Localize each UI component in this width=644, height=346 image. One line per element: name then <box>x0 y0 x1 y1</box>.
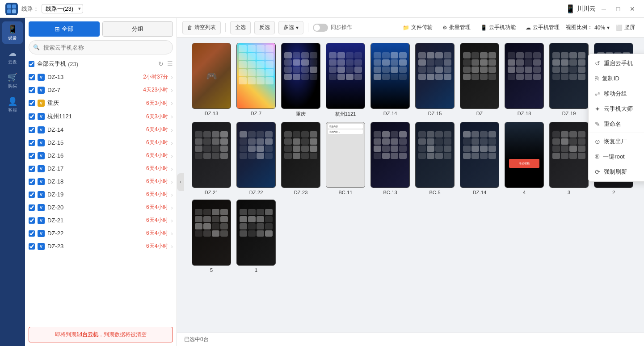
phone-screen[interactable] <box>460 122 499 188</box>
phone-screen[interactable] <box>415 43 455 109</box>
refresh-icon[interactable]: ↻ <box>158 60 164 67</box>
phone-screen[interactable]: 🎮 <box>192 43 231 109</box>
sidebar-item-shop[interactable]: 🛒 购买 <box>2 70 23 92</box>
context-menu-item-phone_master[interactable]: ✦ 云手机大师 › <box>589 101 644 117</box>
device-more-icon[interactable]: › <box>171 87 173 94</box>
device-checkbox[interactable] <box>29 192 35 198</box>
context-menu-item-move_group[interactable]: ⇄ 移动分组 › <box>589 86 644 101</box>
device-checkbox[interactable] <box>29 166 35 172</box>
device-more-icon[interactable]: › <box>171 243 173 250</box>
device-more-icon[interactable]: › <box>171 139 173 146</box>
device-more-icon[interactable]: › <box>171 74 173 81</box>
device-list-item[interactable]: V DZ-16 6天4小时 › <box>25 149 177 162</box>
device-more-icon[interactable]: › <box>171 126 173 133</box>
phone-screen[interactable] <box>549 122 589 188</box>
minimize-button[interactable]: ─ <box>598 3 610 15</box>
device-list-item[interactable]: V DZ-21 6天4小时 › <box>25 214 177 227</box>
device-list-item[interactable]: V DZ-17 6天4小时 › <box>25 162 177 175</box>
menu-icon[interactable]: ☰ <box>167 60 173 67</box>
device-checkbox[interactable] <box>29 140 35 146</box>
device-list-item[interactable]: V DZ-13 2小时37分 › <box>25 71 177 83</box>
search-input[interactable] <box>29 40 173 54</box>
device-more-icon[interactable]: › <box>171 217 173 224</box>
context-menu-item-rename[interactable]: ✎ 重命名 <box>589 117 644 132</box>
device-more-icon[interactable]: › <box>171 178 173 185</box>
device-checkbox[interactable] <box>29 230 35 237</box>
tab-all[interactable]: ⊞ 全部 <box>29 21 100 37</box>
collapse-arrow[interactable]: ‹ <box>177 173 184 191</box>
device-more-icon[interactable]: › <box>171 204 173 211</box>
phone-screen[interactable] <box>281 43 320 109</box>
sidebar-item-cloud[interactable]: ☁ 云盘 <box>2 46 23 68</box>
device-list-item[interactable]: V DZ-14 6天4小时 › <box>25 123 177 136</box>
phone-screen[interactable] <box>415 122 455 188</box>
sync-switch[interactable] <box>313 24 328 32</box>
device-checkbox[interactable] <box>29 217 35 224</box>
notice-highlight[interactable]: 14台云机 <box>76 331 98 338</box>
device-more-icon[interactable]: › <box>171 165 173 172</box>
context-menu-item-one_key_root[interactable]: ® 一键root › <box>589 149 644 164</box>
device-checkbox[interactable] <box>29 127 35 133</box>
phone-screen[interactable] <box>236 43 276 109</box>
device-list-item[interactable]: V DZ-23 6天4小时 › <box>25 240 177 253</box>
clear-list-button[interactable]: 🗑 清空列表 <box>182 21 221 34</box>
phone-screen[interactable]: 活动横幅 <box>505 122 544 188</box>
sidebar-item-service[interactable]: 👤 客服 <box>2 94 23 116</box>
phone-screen[interactable] <box>192 122 231 188</box>
invert-button[interactable]: 反选 <box>254 21 275 34</box>
file-transfer-button[interactable]: 📁 文件传输 <box>399 21 436 34</box>
portrait-button[interactable]: ⬜ 竖屏 <box>612 21 639 34</box>
device-list-item[interactable]: V DZ-7 4天23小时 › <box>25 83 177 96</box>
context-menu-item-copy_id[interactable]: ⎘ 复制ID <box>589 71 644 86</box>
phone-screen[interactable] <box>236 122 276 188</box>
device-checkbox[interactable] <box>29 179 35 185</box>
phone-screen[interactable] <box>549 43 589 109</box>
view-ratio: 视图比例： 40% ▾ <box>566 24 610 31</box>
sidebar-item-device[interactable]: 📱 设备 <box>2 21 23 44</box>
device-list-item[interactable]: V DZ-15 6天4小时 › <box>25 136 177 149</box>
select-all-checkbox[interactable] <box>29 61 34 67</box>
route-select-wrap[interactable]: 线路一(23) <box>42 4 83 13</box>
device-checkbox[interactable] <box>29 100 35 106</box>
select-all-button[interactable]: 全选 <box>230 21 251 34</box>
device-list-item[interactable]: V DZ-19 6天4小时 › <box>25 188 177 201</box>
maximize-button[interactable]: □ <box>612 3 624 15</box>
device-more-icon[interactable]: › <box>171 100 173 107</box>
phone-screen[interactable] <box>326 43 365 109</box>
close-button[interactable]: ✕ <box>626 3 639 15</box>
context-menu-item-restart[interactable]: ↺ 重启云手机 › <box>589 56 644 71</box>
phone-screen[interactable] <box>370 122 410 188</box>
view-ratio-arrow[interactable]: ▾ <box>607 25 610 31</box>
device-checkbox[interactable] <box>29 74 35 80</box>
phone-screen[interactable] <box>370 43 410 109</box>
phone-manage-button[interactable]: ☁ 云手机管理 <box>522 21 563 34</box>
phone-screen[interactable] <box>460 43 499 109</box>
device-more-icon[interactable]: › <box>171 113 173 120</box>
device-more-icon[interactable]: › <box>171 152 173 159</box>
tab-group[interactable]: 分组 <box>102 21 173 37</box>
device-checkbox[interactable] <box>29 204 35 211</box>
device-checkbox[interactable] <box>29 87 35 93</box>
device-checkbox[interactable] <box>29 243 35 250</box>
device-more-icon[interactable]: › <box>171 230 173 237</box>
sidebar-item-cloud-label: 云盘 <box>8 59 17 65</box>
device-list-item[interactable]: V 杭州1121 6天3小时 › <box>25 110 177 123</box>
device-more-icon[interactable]: › <box>171 191 173 198</box>
device-list-item[interactable]: V DZ-20 6天4小时 › <box>25 201 177 214</box>
phone-screen[interactable] <box>505 43 544 109</box>
device-checkbox[interactable] <box>29 153 35 159</box>
phone-functions-button[interactable]: 📱 云手机功能 <box>477 21 519 34</box>
phone-screen[interactable] <box>281 122 320 188</box>
multi-select-button[interactable]: 多选 ▾ <box>278 21 303 34</box>
phone-screen[interactable]: 消息内容... 消息内容... <box>326 122 365 188</box>
context-menu-item-factory_reset[interactable]: ⊙ 恢复出厂 <box>589 134 644 149</box>
device-list-item[interactable]: V DZ-22 6天4小时 › <box>25 227 177 240</box>
route-select[interactable]: 线路一(23) <box>42 4 83 13</box>
context-menu-item-force_refresh[interactable]: ⟳ 强制刷新 <box>589 164 644 179</box>
device-checkbox[interactable] <box>29 113 35 120</box>
batch-manage-button[interactable]: ⚙ 批量管理 <box>439 21 474 34</box>
phone-screen[interactable] <box>236 200 276 266</box>
device-list-item[interactable]: V DZ-18 6天4小时 › <box>25 175 177 188</box>
phone-screen[interactable] <box>192 200 231 266</box>
device-list-item[interactable]: V 重庆 6天3小时 › <box>25 96 177 110</box>
